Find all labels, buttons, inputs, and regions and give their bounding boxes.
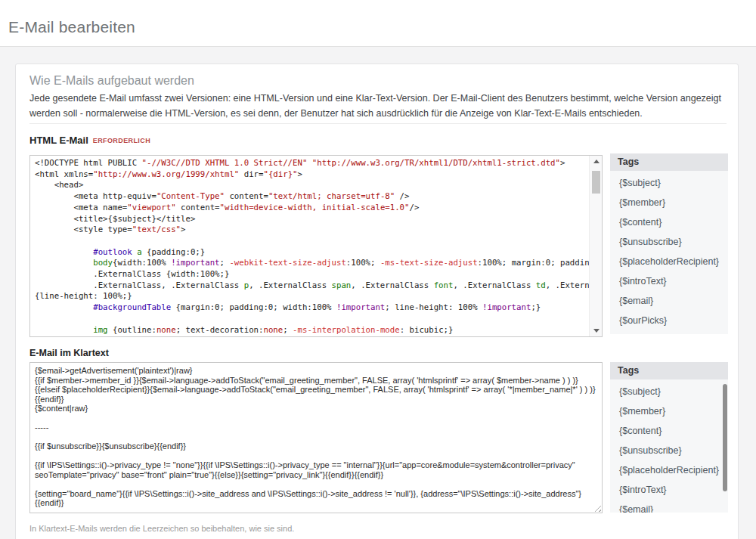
tag-item[interactable]: {$subject} <box>610 382 728 401</box>
tag-item[interactable]: {$member} <box>610 193 728 212</box>
scrollbar-thumb[interactable] <box>592 171 600 194</box>
required-badge: ERFORDERLICH <box>93 137 150 144</box>
code-editor-scrollbar[interactable] <box>589 156 602 336</box>
tag-item[interactable]: {$placeholderRecipient} <box>610 460 728 480</box>
plaintext-note: In Klartext-E-Mails werden die Leerzeich… <box>29 524 294 533</box>
html-email-label: HTML E-MailERFORDERLICH <box>29 135 150 146</box>
tag-item[interactable]: {$subject} <box>610 173 728 193</box>
plaintext-email-label: E-Mail im Klartext <box>29 348 109 358</box>
tags-panel-plaintext: Tags {$subject}{$member}{$content}{$unsu… <box>610 362 728 513</box>
tag-item[interactable]: {$introText} <box>610 271 728 291</box>
intro-heading: Wie E-Mails aufgebaut werden <box>29 74 194 88</box>
tags-scrollbar-thumb[interactable] <box>723 384 727 491</box>
tags-header: Tags <box>610 153 728 171</box>
tag-item[interactable]: {$content} <box>610 212 728 232</box>
scroll-up-icon[interactable] <box>590 156 603 168</box>
plaintext-email-label-text: E-Mail im Klartext <box>29 348 109 358</box>
html-email-code-editor[interactable]: <!DOCTYPE html PUBLIC "-//W3C//DTD XHTML… <box>29 155 603 337</box>
code-content[interactable]: <!DOCTYPE html PUBLIC "-//W3C//DTD XHTML… <box>30 156 589 336</box>
section-divider <box>29 123 727 124</box>
tag-item[interactable]: {$unsubscribe} <box>610 232 728 252</box>
tags-header: Tags <box>610 362 728 379</box>
form-card: Wie E-Mails aufgebaut werden Jede gesend… <box>15 64 739 539</box>
plaintext-email-textarea[interactable]: {$email->getAdvertisement('plaintext')|r… <box>29 362 603 513</box>
tags-list-plaintext: {$subject}{$member}{$content}{$unsubscri… <box>610 379 728 513</box>
tag-item[interactable]: {$unsubscribe} <box>610 441 728 460</box>
tag-item[interactable]: {$introText} <box>610 480 728 500</box>
tag-item[interactable]: {$ourPicks} <box>610 311 728 330</box>
intro-body: Jede gesendete E-Mail umfasst zwei Versi… <box>29 91 739 121</box>
page-header: E-Mail bearbeiten <box>0 0 756 47</box>
tag-item[interactable]: {$member} <box>610 401 728 421</box>
tags-panel-html: Tags {$subject}{$member}{$content}{$unsu… <box>610 153 728 334</box>
scroll-down-icon[interactable] <box>590 324 603 336</box>
tag-item[interactable]: {$placeholderRecipient} <box>610 252 728 271</box>
tag-item[interactable]: {$email} <box>610 500 728 513</box>
tags-list-html: {$subject}{$member}{$content}{$unsubscri… <box>610 171 728 334</box>
page-title: E-Mail bearbeiten <box>8 18 135 36</box>
tag-item[interactable]: {$email} <box>610 291 728 311</box>
tag-item[interactable]: {$content} <box>610 421 728 441</box>
html-email-label-text: HTML E-Mail <box>29 135 88 146</box>
